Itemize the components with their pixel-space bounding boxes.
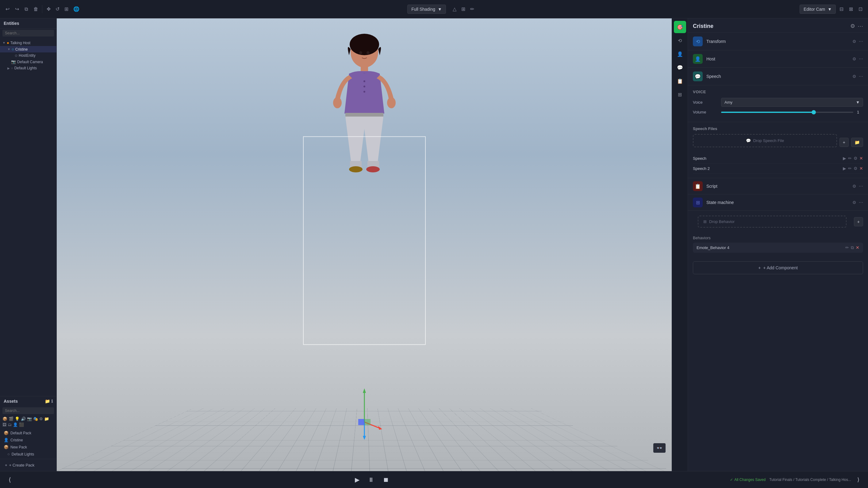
rp-settings-icon[interactable]: ⚙ xyxy=(850,23,855,29)
asset-item-default-pack[interactable]: 📦 Default Pack xyxy=(0,429,56,436)
right-panel-content: Cristine ⚙ ⋯ ⟲ Transform ⚙ ⋯ 👤 Host xyxy=(688,19,868,471)
transform-component-row[interactable]: ⟲ Transform ⚙ ⋯ xyxy=(688,33,868,50)
asset-icon-light[interactable]: 💡 xyxy=(15,417,20,421)
state-settings-icon[interactable]: ⚙ xyxy=(852,200,856,205)
rp-more-icon[interactable]: ⋯ xyxy=(858,23,863,29)
volume-slider[interactable] xyxy=(721,112,853,113)
folder-speech-button[interactable]: 📁 xyxy=(851,138,863,147)
behavior-copy-icon[interactable]: ⧉ xyxy=(851,245,854,250)
undo-button[interactable]: ↩ xyxy=(4,5,11,13)
speech1-settings-icon[interactable]: ⚙ xyxy=(854,156,858,161)
sidebar-icon-transform[interactable]: ⟲ xyxy=(674,34,686,47)
stop-button[interactable]: ⏹ xyxy=(380,475,391,485)
sidebar-icon-state[interactable]: ⊞ xyxy=(674,88,686,101)
speech1-edit-icon[interactable]: ✏ xyxy=(848,156,852,161)
asset-icon-folder[interactable]: 📁 xyxy=(44,417,49,421)
asset-icon-person[interactable]: 👤 xyxy=(13,422,18,427)
drop-speech-icon: 💬 xyxy=(746,138,751,143)
sidebar-icon-speech[interactable]: 💬 xyxy=(674,61,686,73)
cam-icon3-button[interactable]: ⊡ xyxy=(857,5,864,13)
host-more-icon[interactable]: ⋯ xyxy=(859,56,863,61)
speech-component-row[interactable]: 💬 Speech ⚙ ⋯ xyxy=(688,68,868,85)
asset-icon-shapes[interactable]: ⬛ xyxy=(19,422,24,427)
rotate-tool-button[interactable]: ↺ xyxy=(54,5,61,13)
asset-label-cristine: Cristine xyxy=(10,438,23,442)
tree-item-hostentity[interactable]: ⊙ HostEntity xyxy=(0,53,56,59)
shading-dropdown[interactable]: Full Shading ▼ xyxy=(407,5,446,14)
behavior-edit-icon[interactable]: ✏ xyxy=(845,245,849,250)
host-component-row[interactable]: 👤 Host ⚙ ⋯ xyxy=(688,50,868,68)
speech2-edit-icon[interactable]: ✏ xyxy=(848,166,852,171)
speech2-x-icon[interactable]: ✕ xyxy=(860,166,863,171)
entities-search-input[interactable] xyxy=(2,30,54,36)
drop-behavior-zone[interactable]: ⊞ Drop Behavior xyxy=(698,216,846,227)
speech1-x-icon[interactable]: ✕ xyxy=(860,156,863,161)
sidebar-icon-script[interactable]: 📋 xyxy=(674,75,686,87)
add-component-button[interactable]: + + Add Component xyxy=(693,261,863,274)
entities-tree: ▼ ● Talking Host ▼ ○ Cristine ⊙ HostEnti… xyxy=(0,38,56,396)
redo-button[interactable]: ↪ xyxy=(13,5,21,13)
drop-speech-file-zone[interactable]: 💬 Drop Speech File xyxy=(693,134,837,147)
asset-icon-package[interactable]: 📦 xyxy=(2,417,7,421)
script-component-row[interactable]: 📋 Script ⚙ ⋯ xyxy=(688,178,868,194)
speech-more-icon[interactable]: ⋯ xyxy=(859,74,863,79)
assets-folder-icon[interactable]: 📁 xyxy=(45,399,50,404)
scale-tool-button[interactable]: ⊞ xyxy=(63,5,70,13)
asset-icon-audio[interactable]: 🔊 xyxy=(21,417,26,421)
host-settings-icon[interactable]: ⚙ xyxy=(852,56,856,61)
speech1-play-icon[interactable]: ▶ xyxy=(843,156,846,161)
copy-button[interactable]: ⧉ xyxy=(23,5,30,13)
add-speech-button[interactable]: + xyxy=(839,138,849,147)
speech-settings-icon[interactable]: ⚙ xyxy=(852,74,856,79)
camera-dropdown[interactable]: Editor Cam ▼ xyxy=(800,5,836,14)
cam-icon1-button[interactable]: ⊟ xyxy=(838,5,845,13)
back-button[interactable]: ⟨ xyxy=(6,475,13,485)
asset-icon-material[interactable]: 🎭 xyxy=(33,417,38,421)
cam-icon2-button[interactable]: ⊠ xyxy=(847,5,855,13)
asset-icon-settings[interactable]: ⚙ xyxy=(39,417,43,421)
transform-more-icon[interactable]: ⋯ xyxy=(859,39,863,44)
asset-icon-scene[interactable]: 🎬 xyxy=(8,417,13,421)
svg-rect-22 xyxy=(364,419,371,425)
speech2-settings-icon[interactable]: ⚙ xyxy=(854,166,858,171)
asset-icon-grid[interactable]: 🗂 xyxy=(8,422,12,427)
voice-select[interactable]: Amy ▼ xyxy=(721,98,863,107)
grid-tool-button[interactable]: ⊞ xyxy=(460,5,467,13)
delete-button[interactable]: 🗑 xyxy=(32,5,40,13)
rp-header-actions: ⚙ ⋯ xyxy=(850,23,863,29)
sidebar-icon-host[interactable]: 👤 xyxy=(674,48,686,60)
script-settings-icon[interactable]: ⚙ xyxy=(852,184,856,189)
create-pack-button[interactable]: + + Create Pack xyxy=(0,459,56,471)
speech2-play-icon[interactable]: ▶ xyxy=(843,166,846,171)
speech1-label: Speech xyxy=(693,156,840,161)
forward-button[interactable]: ⟩ xyxy=(855,475,862,484)
tree-item-cristine[interactable]: ▼ ○ Cristine xyxy=(0,46,56,53)
world-tool-button[interactable]: 🌐 xyxy=(71,5,81,13)
assets-info-icon[interactable]: ℹ xyxy=(51,399,53,404)
sidebar-icon-entity[interactable]: 🎯 xyxy=(674,21,686,33)
play-button[interactable]: ▶ xyxy=(352,475,362,485)
asset-item-default-lights[interactable]: ○ Default Lights xyxy=(0,451,56,458)
state-machine-component-row[interactable]: ⊞ State machine ⚙ ⋯ xyxy=(688,194,868,211)
behavior-delete-icon[interactable]: ✕ xyxy=(856,245,860,250)
vr-icon[interactable]: 👓 xyxy=(653,443,665,453)
script-more-icon[interactable]: ⋯ xyxy=(859,184,863,189)
triangle-tool-button[interactable]: △ xyxy=(451,5,458,13)
pen-tool-button[interactable]: ✏ xyxy=(468,5,476,13)
viewport[interactable]: 👓 xyxy=(57,19,672,471)
asset-icon-camera[interactable]: 📷 xyxy=(27,417,32,421)
asset-icon-image[interactable]: 🖼 xyxy=(2,422,6,427)
tree-item-default-camera[interactable]: 📷 Default Camera xyxy=(0,59,56,65)
state-more-icon[interactable]: ⋯ xyxy=(859,200,863,205)
asset-item-cristine[interactable]: 👤 Cristine xyxy=(0,436,56,444)
tree-item-default-lights[interactable]: ▶ ○ Default Lights xyxy=(0,65,56,71)
speech2-label: Speech 2 xyxy=(693,166,840,171)
move-tool-button[interactable]: ✥ xyxy=(45,5,53,13)
transform-settings-icon[interactable]: ⚙ xyxy=(852,39,856,44)
asset-item-new-pack[interactable]: 📦 New Pack xyxy=(0,444,56,451)
assets-search-input[interactable] xyxy=(2,407,54,414)
pause-button[interactable]: ⏸ xyxy=(366,475,377,485)
behaviors-section: Behaviors Emote_Behavior 4 ✏ ⧉ ✕ xyxy=(688,233,868,258)
add-behavior-button[interactable]: + xyxy=(854,217,863,226)
tree-item-talking-host[interactable]: ▼ ● Talking Host xyxy=(0,39,56,46)
